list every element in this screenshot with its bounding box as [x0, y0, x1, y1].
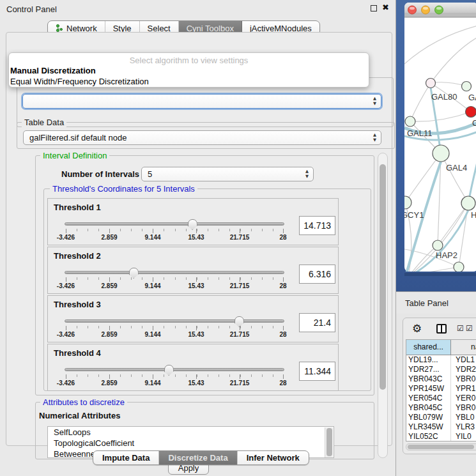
close-icon[interactable]: ✖	[382, 3, 389, 12]
threshold-1-panel: Threshold 1 -3.426 2.859 9.144 15.43 21.…	[47, 198, 339, 245]
tick-label: 9.144	[144, 234, 160, 241]
cell[interactable]: YIL0	[451, 432, 476, 441]
table-row[interactable]: YLR345WYLR3	[406, 422, 476, 432]
node-gcy1[interactable]	[399, 196, 411, 209]
cell[interactable]: YLR345W	[406, 422, 451, 432]
cell[interactable]: YBR045C	[406, 403, 451, 413]
list-item[interactable]: SelfLoops	[48, 427, 334, 438]
node-h[interactable]	[461, 196, 475, 210]
main-scrollbar-thumb[interactable]	[380, 164, 386, 390]
table-panel-title: Table Panel	[405, 298, 449, 308]
cell[interactable]: YDR2	[451, 365, 476, 374]
algorithm-option-equal-width[interactable]: Equal Width/Frequency Discretization	[9, 76, 369, 87]
tab-infer-network[interactable]: Infer Network	[238, 451, 309, 464]
split-columns-icon[interactable]	[436, 324, 447, 334]
number-of-intervals-label: Number of Intervals	[61, 169, 139, 179]
table-row[interactable]: YDL19...YDL1	[406, 355, 476, 365]
tick-label: 2.859	[101, 282, 117, 289]
table-row[interactable]: YPR145WYPR1	[406, 384, 476, 394]
tick-label: 21.715	[230, 331, 250, 338]
tick-label: 21.715	[230, 234, 250, 241]
threshold-2-value-field[interactable]: 6.316	[299, 265, 335, 284]
column-header-shared-name[interactable]: shared...	[406, 340, 451, 355]
tick-label: -3.426	[57, 282, 75, 289]
table-row[interactable]: YBR043CYBR0	[406, 374, 476, 384]
table-horizontal-scrollbar[interactable]	[406, 443, 476, 450]
network-view-window[interactable]: GAL80 GA GAL11 GAL4 GCY1 H HAP2 C	[396, 0, 476, 291]
tick-label: 15.43	[188, 380, 204, 387]
table-row[interactable]: YIL052CYIL0	[406, 432, 476, 441]
cell[interactable]: YLR3	[451, 422, 476, 432]
cell[interactable]: YPR1	[451, 384, 476, 394]
node-gal11[interactable]	[405, 116, 415, 127]
node-gal4[interactable]	[433, 145, 449, 162]
cell[interactable]: YBR0	[451, 403, 476, 413]
cell[interactable]: YBL079W	[406, 413, 451, 422]
node-ga[interactable]	[462, 82, 472, 91]
float-window-icon[interactable]	[371, 5, 377, 12]
cell[interactable]: YPR145W	[406, 384, 451, 394]
table-row[interactable]: YBR045CYBR0	[406, 403, 476, 413]
table-row[interactable]: YER054CYER0	[406, 394, 476, 403]
gear-icon[interactable]: ⚙	[412, 322, 422, 335]
threshold-2-slider-track[interactable]	[65, 271, 284, 274]
threshold-1-value-field[interactable]: 14.713	[299, 216, 335, 235]
checkbox-icon[interactable]: ☑	[466, 324, 473, 333]
algorithm-combobox[interactable]: ▲▼	[22, 94, 381, 109]
right-region: GAL80 GA GAL11 GAL4 GCY1 H HAP2 C Table …	[396, 0, 476, 476]
cell[interactable]: YBR043C	[406, 374, 451, 384]
node-label: GAL80	[431, 92, 457, 102]
table-row[interactable]: YDR27...YDR2	[406, 365, 476, 374]
threshold-3-value-field[interactable]: 21.4	[299, 313, 335, 332]
threshold-4-slider-track[interactable]	[65, 368, 284, 371]
threshold-1-slider-track[interactable]	[65, 222, 284, 226]
node-hap2[interactable]	[433, 240, 443, 250]
number-of-intervals-value: 5	[148, 169, 152, 179]
tab-impute-data[interactable]: Impute Data	[93, 451, 159, 464]
interval-definition-label: Interval Definition	[40, 151, 109, 160]
tick-label: 2.859	[101, 234, 117, 241]
threshold-3-slider-track[interactable]	[65, 319, 284, 323]
table-data-group: Table Data galFiltered.sif default node …	[17, 122, 395, 149]
cell[interactable]: YDL1	[451, 355, 476, 365]
cyni-content-box: Discretization Algorithm ▲▼ Table Data g…	[6, 32, 392, 446]
highlight	[436, 7, 441, 10]
cell[interactable]: YER054C	[406, 394, 451, 403]
cell[interactable]: YIL052C	[406, 432, 451, 441]
table-horizontal-scrollbar-thumb[interactable]	[408, 445, 474, 449]
node-red[interactable]	[466, 107, 476, 118]
number-of-intervals-combobox[interactable]: 5 ▲▼	[141, 167, 314, 181]
cell[interactable]: YBR0	[451, 374, 476, 384]
control-panel-titlebar: Control Panel ✖	[0, 0, 395, 17]
node-label: H	[471, 210, 476, 220]
column-header-name[interactable]: na	[451, 340, 476, 355]
numerical-attributes-label: Numerical Attributes	[39, 411, 120, 420]
cell[interactable]: YBL0	[451, 413, 476, 422]
tick-label: 28	[279, 234, 286, 241]
tick-label: 15.43	[188, 234, 204, 241]
list-item[interactable]: TopologicalCoefficient	[48, 438, 334, 449]
list-scrollbar[interactable]	[325, 427, 333, 457]
node-table[interactable]: shared... na YDL19...YDL1 YDR27...YDR2 Y…	[406, 339, 476, 441]
table-data-combobox[interactable]: galFiltered.sif default node ▲▼	[23, 130, 381, 145]
tick-label: 28	[279, 331, 286, 338]
cell[interactable]: YDL19...	[406, 355, 451, 365]
traffic-lights	[408, 6, 443, 14]
node-bottom[interactable]	[454, 262, 464, 272]
cell[interactable]: YDR27...	[406, 365, 451, 374]
algorithm-option-manual[interactable]: Manual Discretization	[9, 65, 369, 76]
table-row[interactable]: YBL079WYBL0	[406, 413, 476, 422]
threshold-1-label: Threshold 1	[54, 203, 101, 212]
checkbox-icon[interactable]: ☑	[457, 324, 464, 333]
list-scrollbar-thumb[interactable]	[326, 428, 332, 456]
node-gal80[interactable]	[426, 79, 436, 88]
highlight	[423, 7, 428, 10]
threshold-4-value-field[interactable]: 11.344	[299, 362, 335, 381]
tab-discretize-data[interactable]: Discretize Data	[159, 451, 237, 464]
main-scrollbar[interactable]	[378, 153, 388, 458]
node-label: GAL11	[407, 128, 433, 138]
cell[interactable]: YER0	[451, 394, 476, 403]
threshold-3-panel: Threshold 3 -3.426 2.859 9.144 15.43 21.…	[47, 295, 339, 342]
tick-label: 9.144	[144, 380, 160, 387]
tick-label: 28	[279, 282, 286, 289]
